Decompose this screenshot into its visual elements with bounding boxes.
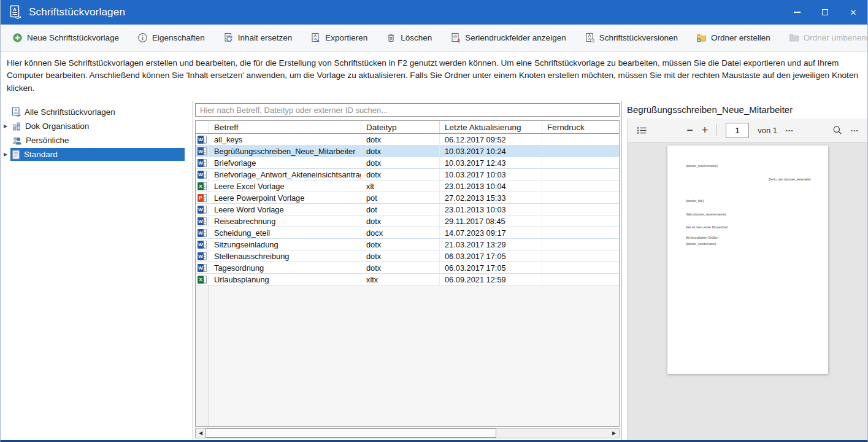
description-text: Hier können Sie Schriftstückvorlagen ers… xyxy=(1,52,867,101)
table-row[interactable]: W Tagesordnung dotx 06.03.2017 17:05 xyxy=(196,262,619,274)
window-title: Schriftstückvorlagen xyxy=(29,6,125,18)
minimize-button[interactable] xyxy=(783,0,811,25)
rename-folder-button[interactable]: Ordner umbenennen xyxy=(780,25,868,51)
expand-arrow-icon[interactable] xyxy=(1,123,10,129)
tree-item-alle-schriftstueckvorlagen[interactable]: A Alle Schriftstückvorlagen xyxy=(1,105,193,119)
delete-button[interactable]: Löschen xyxy=(377,25,441,51)
tree-item-dok-organisation[interactable]: Dok Organisation xyxy=(1,119,193,133)
table-row[interactable]: W Stellenausschreibung dotx 06.03.2017 1… xyxy=(196,250,619,262)
file-type-cell: X xyxy=(196,274,209,285)
more-options-icon[interactable] xyxy=(851,128,859,133)
new-template-button[interactable]: Neue Schriftstückvorlage xyxy=(3,25,128,51)
letzte-aktualisierung-cell: 23.01.2013 10:03 xyxy=(440,204,542,215)
betreff-cell: Begrüßungsschreiben_Neue_Mitarbeiter xyxy=(209,145,361,157)
letzte-aktualisierung-cell: 27.02.2013 15:33 xyxy=(440,192,542,203)
svg-text:$: $ xyxy=(458,38,461,43)
dateityp-cell: dotx xyxy=(361,134,440,145)
table-row[interactable]: W Reiseabrechnung dotx 29.11.2017 08:45 xyxy=(196,215,619,227)
tool-label: Schriftstückversionen xyxy=(599,33,678,42)
properties-button[interactable]: Eigenschaften xyxy=(128,25,214,51)
column-header-betreff[interactable]: Betreff xyxy=(209,121,361,133)
outline-button[interactable] xyxy=(636,125,648,136)
table-row[interactable]: W Sitzungseinladung dotx 21.03.2017 13:2… xyxy=(196,239,619,250)
document-versions-icon: A xyxy=(585,33,595,43)
replace-content-button[interactable]: Inhalt ersetzen xyxy=(214,25,302,51)
horizontal-scrollbar[interactable] xyxy=(195,428,620,438)
table-row[interactable]: W Begrüßungsschreiben_Neue_Mitarbeiter d… xyxy=(196,145,619,157)
column-header-icon[interactable] xyxy=(196,121,209,133)
letzte-aktualisierung-cell: 10.03.2017 12:43 xyxy=(440,157,542,168)
replace-content-icon xyxy=(223,33,234,43)
zoom-in-button[interactable] xyxy=(702,124,709,137)
scrollbar-thumb[interactable] xyxy=(205,428,496,438)
ferndruck-cell xyxy=(542,134,619,145)
dateityp-cell: dotx xyxy=(361,250,440,262)
expand-arrow-icon[interactable] xyxy=(1,152,10,157)
dateityp-cell: xlt xyxy=(361,180,440,192)
doc-line-sender: {dossier_sendername} xyxy=(686,242,811,247)
scrollbar-track[interactable] xyxy=(205,428,609,438)
table-header-row: Betreff Dateityp Letzte Aktualisierung F… xyxy=(196,121,619,134)
tool-label: Neue Schriftstückvorlage xyxy=(27,33,119,42)
zoom-out-button[interactable] xyxy=(686,124,693,137)
doc-line-closing: Mit freundlichen Grüßen xyxy=(686,236,811,241)
ferndruck-cell xyxy=(542,180,619,192)
dateityp-cell: dotx xyxy=(361,215,440,227)
titlebar: A Schriftstückvorlagen xyxy=(1,0,867,25)
table-row[interactable]: W Briefvorlage dotx 10.03.2017 12:43 xyxy=(196,157,619,169)
table-row[interactable]: W Scheidung_eteil docx 14.07.2023 09:17 xyxy=(196,227,619,239)
minimize-icon xyxy=(794,12,801,13)
letzte-aktualisierung-cell: 23.01.2013 10:04 xyxy=(440,180,542,192)
template-table: Betreff Dateityp Letzte Aktualisierung F… xyxy=(195,120,620,427)
export-button[interactable]: A Exportieren xyxy=(301,25,377,51)
close-button[interactable] xyxy=(839,0,867,25)
file-type-cell: W xyxy=(196,169,209,180)
ferndruck-cell xyxy=(542,274,619,285)
ferndruck-cell xyxy=(542,262,619,273)
doc-line-recipient: {dossier_receivername} xyxy=(686,164,811,169)
doc-line-date: Berlin, den {dossier_letterdate} xyxy=(686,177,811,182)
file-type-icon: W xyxy=(198,147,207,155)
tool-label: Exportieren xyxy=(325,33,367,42)
dateityp-cell: dotx xyxy=(361,157,440,168)
scroll-left-button[interactable] xyxy=(196,428,205,438)
file-type-icon: W xyxy=(198,217,207,225)
betreff-cell: Leere Word Vorlage xyxy=(209,204,361,215)
table-row[interactable]: X Leere Excel Vorlage xlt 23.01.2013 10:… xyxy=(196,180,619,192)
table-row[interactable]: W all_keys dotx 06.12.2017 09:52 xyxy=(196,134,619,145)
tool-label: Ordner umbenennen xyxy=(804,33,868,42)
dateityp-cell: dotx xyxy=(361,169,440,180)
ferndruck-cell xyxy=(542,239,619,250)
betreff-cell: Stellenausschreibung xyxy=(209,250,361,262)
scroll-right-button[interactable] xyxy=(609,428,619,438)
page-options-icon[interactable] xyxy=(786,128,794,133)
tree-item-label: Dok Organisation xyxy=(25,122,89,131)
search-button[interactable] xyxy=(832,125,842,135)
search-input[interactable] xyxy=(195,103,620,117)
ferndruck-cell xyxy=(542,227,619,238)
maximize-button[interactable] xyxy=(811,0,839,25)
file-type-icon: W xyxy=(198,136,207,144)
merge-fields-button[interactable]: $ Seriendruckfelder anzeigen xyxy=(441,25,575,51)
page-number-input[interactable] xyxy=(726,123,749,138)
ferndruck-cell xyxy=(542,145,619,157)
letzte-aktualisierung-cell: 21.03.2017 13:29 xyxy=(440,239,542,250)
table-row[interactable]: W Briefvorlage_Antwort_Akteneinsichtsant… xyxy=(196,169,619,180)
table-row[interactable]: X Urlaubsplanung xltx 06.09.2021 12:59 xyxy=(196,274,619,285)
document-versions-button[interactable]: A Schriftstückversionen xyxy=(575,25,687,51)
column-header-dateityp[interactable]: Dateityp xyxy=(361,121,440,133)
preview-canvas: {dossier_receivername} Berlin, den {doss… xyxy=(628,142,867,440)
tree-item-standard[interactable]: Standard xyxy=(1,147,193,161)
column-header-letzte-aktualisierung[interactable]: Letzte Aktualisierung xyxy=(440,121,542,133)
tree-item-persoenliche[interactable]: Persönliche xyxy=(1,133,193,147)
tool-label: Ordner erstellen xyxy=(711,33,770,42)
table-row[interactable]: P Leere Powerpoint Vorlage pot 27.02.201… xyxy=(196,192,619,204)
ferndruck-cell xyxy=(542,157,619,168)
create-folder-button[interactable]: Ordner erstellen xyxy=(687,25,780,51)
table-row[interactable]: W Leere Word Vorlage dot 23.01.2013 10:0… xyxy=(196,204,619,215)
svg-text:A: A xyxy=(588,34,591,37)
column-header-ferndruck[interactable]: Ferndruck xyxy=(542,121,619,133)
outline-icon xyxy=(636,125,648,136)
letzte-aktualisierung-cell: 10.03.2017 10:03 xyxy=(440,169,542,180)
file-type-icon: W xyxy=(198,264,207,272)
